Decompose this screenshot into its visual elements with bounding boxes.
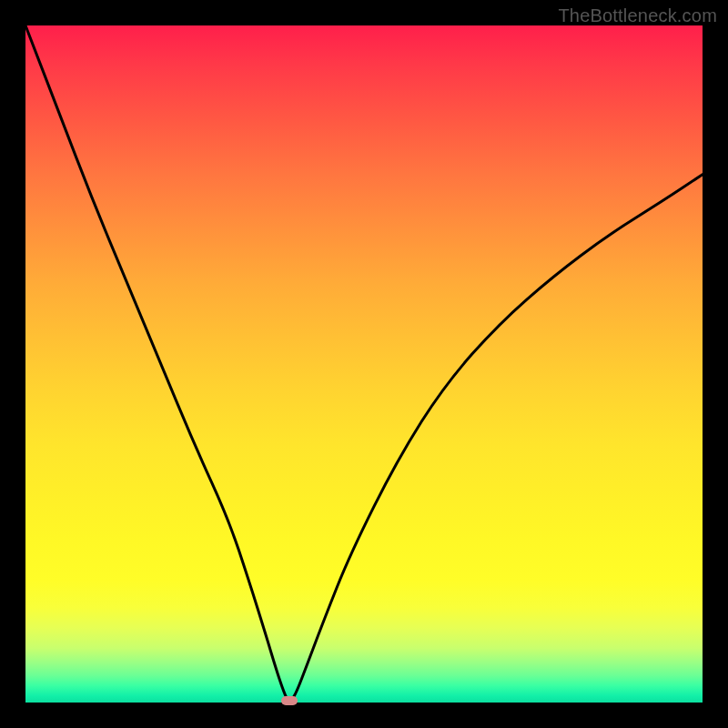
chart-frame: TheBottleneck.com [0,0,728,728]
optimum-marker [281,696,298,705]
watermark-text: TheBottleneck.com [558,5,717,26]
plot-area [25,25,703,703]
bottleneck-curve [25,25,703,703]
